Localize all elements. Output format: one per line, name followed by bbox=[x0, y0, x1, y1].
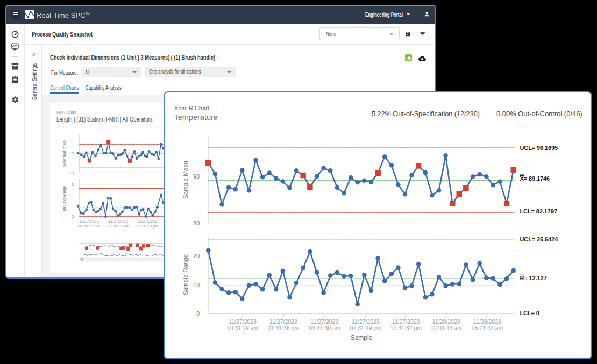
svg-text:LCL= 0: LCL= 0 bbox=[520, 310, 539, 316]
svg-text:11/27/2023: 11/27/2023 bbox=[138, 219, 157, 224]
svg-text:11/27/2023: 11/27/2023 bbox=[229, 318, 257, 325]
svg-text:UCL= 96.1695: UCL= 96.1695 bbox=[520, 145, 558, 151]
svg-text:11/27/2023: 11/27/2023 bbox=[109, 219, 128, 224]
svg-text:15: 15 bbox=[69, 151, 74, 155]
svg-text:X= 89.1746: X= 89.1746 bbox=[520, 175, 550, 182]
svg-text:11/28/2023: 11/28/2023 bbox=[432, 318, 460, 325]
svg-text:11/28/2023: 11/28/2023 bbox=[473, 318, 501, 325]
svg-text:01:31:36 pm: 01:31:36 pm bbox=[268, 325, 300, 331]
svg-text:LCL= 82.1797: LCL= 82.1797 bbox=[520, 208, 557, 215]
svg-text:UCL= 25.6424: UCL= 25.6424 bbox=[520, 236, 559, 242]
svg-text:90: 90 bbox=[193, 173, 200, 180]
svg-text:Moving Range: Moving Range bbox=[62, 185, 67, 211]
svg-text:0: 0 bbox=[196, 310, 200, 317]
svg-text:Individual Value: Individual Value bbox=[62, 140, 67, 168]
svg-text:5: 5 bbox=[72, 182, 74, 187]
svg-text:07:31:29 pm: 07:31:29 pm bbox=[350, 325, 382, 331]
svg-text:R= 12.127: R= 12.127 bbox=[520, 275, 547, 281]
svg-text:11/27/2023: 11/27/2023 bbox=[311, 318, 339, 325]
svg-text:11/27/2023: 11/27/2023 bbox=[79, 219, 98, 224]
svg-text:80: 80 bbox=[193, 220, 200, 226]
svg-text:10:31:29 am: 10:31:29 am bbox=[227, 325, 259, 331]
svg-text:11/27/2023: 11/27/2023 bbox=[392, 318, 420, 325]
svg-text:Sample Range: Sample Range bbox=[182, 254, 189, 295]
svg-text:08:36:18 pm: 08:36:18 pm bbox=[136, 224, 158, 229]
svg-text:11/27/2023: 11/27/2023 bbox=[269, 318, 297, 325]
svg-text:10: 10 bbox=[193, 282, 200, 288]
svg-text:07:36:22 pm: 07:36:22 pm bbox=[107, 224, 129, 229]
svg-text:Sample Mean: Sample Mean bbox=[182, 161, 189, 199]
svg-text:Sample: Sample bbox=[351, 334, 373, 341]
svg-text:10:31:32 pm: 10:31:32 pm bbox=[390, 325, 422, 331]
svg-text:11/27/2023: 11/27/2023 bbox=[352, 318, 380, 325]
svg-text:0: 0 bbox=[72, 214, 74, 219]
svg-text:10: 10 bbox=[69, 170, 74, 175]
svg-text:02:01:43 am: 02:01:43 am bbox=[431, 325, 463, 331]
svg-text:06:36:19 pm: 06:36:19 pm bbox=[78, 224, 100, 229]
svg-text:04:31:30 pm: 04:31:30 pm bbox=[309, 325, 340, 331]
svg-text:05:01:42 am: 05:01:42 am bbox=[472, 325, 503, 331]
svg-text:20: 20 bbox=[193, 253, 200, 259]
